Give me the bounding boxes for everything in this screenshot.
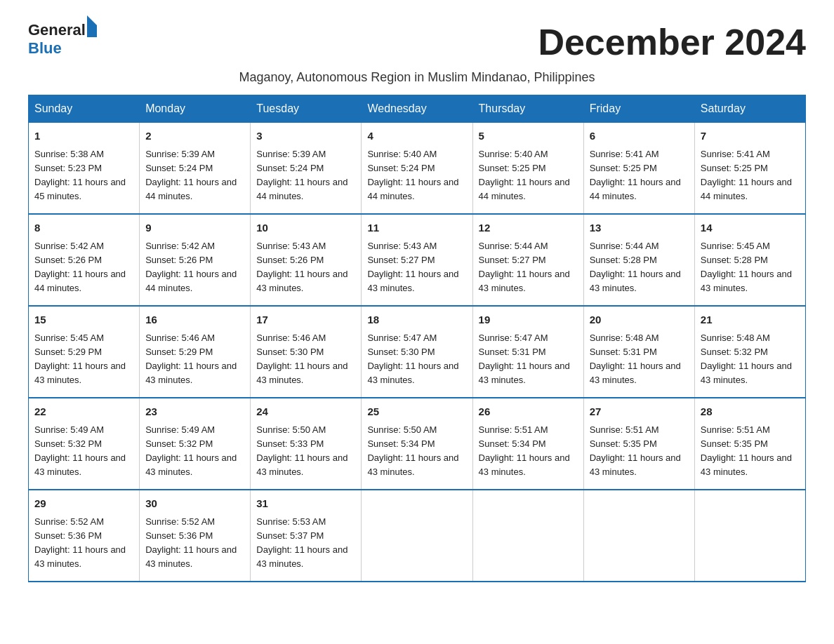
- day-info: Sunrise: 5:51 AMSunset: 5:35 PMDaylight:…: [590, 424, 681, 477]
- calendar-week-3: 15Sunrise: 5:45 AMSunset: 5:29 PMDayligh…: [29, 306, 806, 398]
- day-number: 31: [256, 496, 355, 512]
- logo: General Blue: [28, 21, 97, 58]
- logo-general: General: [28, 21, 86, 39]
- calendar-cell: 12Sunrise: 5:44 AMSunset: 5:27 PMDayligh…: [472, 214, 583, 306]
- day-number: 11: [367, 220, 466, 236]
- day-number: 4: [367, 128, 466, 145]
- calendar-cell: [583, 490, 694, 582]
- calendar-week-4: 22Sunrise: 5:49 AMSunset: 5:32 PMDayligh…: [29, 398, 806, 490]
- day-number: 23: [145, 404, 244, 420]
- calendar-cell: 7Sunrise: 5:41 AMSunset: 5:25 PMDaylight…: [694, 123, 805, 215]
- logo-blue: Blue: [28, 39, 62, 57]
- day-info: Sunrise: 5:40 AMSunset: 5:25 PMDaylight:…: [479, 149, 570, 201]
- day-info: Sunrise: 5:44 AMSunset: 5:28 PMDaylight:…: [590, 241, 681, 293]
- day-info: Sunrise: 5:48 AMSunset: 5:31 PMDaylight:…: [590, 333, 681, 385]
- calendar-cell: 15Sunrise: 5:45 AMSunset: 5:29 PMDayligh…: [29, 306, 140, 398]
- day-info: Sunrise: 5:50 AMSunset: 5:33 PMDaylight:…: [256, 424, 348, 477]
- calendar-cell: 14Sunrise: 5:45 AMSunset: 5:28 PMDayligh…: [694, 214, 805, 306]
- day-number: 8: [34, 220, 133, 236]
- day-info: Sunrise: 5:41 AMSunset: 5:25 PMDaylight:…: [590, 149, 681, 201]
- calendar-cell: 5Sunrise: 5:40 AMSunset: 5:25 PMDaylight…: [472, 123, 583, 215]
- day-info: Sunrise: 5:39 AMSunset: 5:24 PMDaylight:…: [145, 149, 237, 201]
- calendar-cell: 27Sunrise: 5:51 AMSunset: 5:35 PMDayligh…: [583, 398, 694, 490]
- calendar-cell: 1Sunrise: 5:38 AMSunset: 5:23 PMDaylight…: [29, 123, 140, 215]
- day-info: Sunrise: 5:50 AMSunset: 5:34 PMDaylight:…: [367, 424, 458, 477]
- calendar-cell: 24Sunrise: 5:50 AMSunset: 5:33 PMDayligh…: [251, 398, 362, 490]
- calendar-cell: 25Sunrise: 5:50 AMSunset: 5:34 PMDayligh…: [362, 398, 472, 490]
- day-header-sunday: Sunday: [29, 95, 140, 123]
- calendar-cell: 11Sunrise: 5:43 AMSunset: 5:27 PMDayligh…: [362, 214, 472, 306]
- days-header-row: SundayMondayTuesdayWednesdayThursdayFrid…: [29, 95, 806, 123]
- day-number: 22: [34, 404, 133, 420]
- day-header-thursday: Thursday: [472, 95, 583, 123]
- day-number: 2: [145, 128, 244, 145]
- day-number: 3: [256, 128, 355, 145]
- day-number: 5: [479, 128, 578, 145]
- day-number: 12: [479, 220, 578, 236]
- logo-triangle-icon: [87, 15, 97, 37]
- day-info: Sunrise: 5:51 AMSunset: 5:34 PMDaylight:…: [479, 424, 570, 477]
- calendar-week-5: 29Sunrise: 5:52 AMSunset: 5:36 PMDayligh…: [29, 490, 806, 582]
- day-number: 18: [367, 312, 466, 328]
- day-number: 25: [367, 404, 466, 420]
- calendar-cell: 2Sunrise: 5:39 AMSunset: 5:24 PMDaylight…: [140, 123, 251, 215]
- calendar-cell: [472, 490, 583, 582]
- page-title: December 2024: [538, 21, 806, 63]
- day-number: 20: [590, 312, 689, 328]
- day-header-saturday: Saturday: [694, 95, 805, 123]
- calendar-cell: 3Sunrise: 5:39 AMSunset: 5:24 PMDaylight…: [251, 123, 362, 215]
- calendar-week-1: 1Sunrise: 5:38 AMSunset: 5:23 PMDaylight…: [29, 123, 806, 215]
- day-info: Sunrise: 5:49 AMSunset: 5:32 PMDaylight:…: [145, 424, 237, 477]
- day-info: Sunrise: 5:47 AMSunset: 5:30 PMDaylight:…: [367, 333, 458, 385]
- day-number: 29: [34, 496, 133, 512]
- calendar-cell: 17Sunrise: 5:46 AMSunset: 5:30 PMDayligh…: [251, 306, 362, 398]
- day-number: 7: [701, 128, 800, 145]
- logo-text: General Blue: [28, 21, 97, 58]
- day-info: Sunrise: 5:51 AMSunset: 5:35 PMDaylight:…: [701, 424, 792, 477]
- calendar-cell: 10Sunrise: 5:43 AMSunset: 5:26 PMDayligh…: [251, 214, 362, 306]
- calendar-cell: 13Sunrise: 5:44 AMSunset: 5:28 PMDayligh…: [583, 214, 694, 306]
- day-info: Sunrise: 5:43 AMSunset: 5:26 PMDaylight:…: [256, 241, 348, 293]
- calendar-cell: 29Sunrise: 5:52 AMSunset: 5:36 PMDayligh…: [29, 490, 140, 582]
- day-info: Sunrise: 5:47 AMSunset: 5:31 PMDaylight:…: [479, 333, 570, 385]
- day-number: 30: [145, 496, 244, 512]
- day-number: 10: [256, 220, 355, 236]
- day-info: Sunrise: 5:38 AMSunset: 5:23 PMDaylight:…: [34, 149, 126, 201]
- day-number: 14: [701, 220, 800, 236]
- day-info: Sunrise: 5:42 AMSunset: 5:26 PMDaylight:…: [34, 241, 126, 293]
- day-number: 19: [479, 312, 578, 328]
- calendar-cell: 21Sunrise: 5:48 AMSunset: 5:32 PMDayligh…: [694, 306, 805, 398]
- day-info: Sunrise: 5:44 AMSunset: 5:27 PMDaylight:…: [479, 241, 570, 293]
- calendar-cell: [694, 490, 805, 582]
- calendar-cell: 23Sunrise: 5:49 AMSunset: 5:32 PMDayligh…: [140, 398, 251, 490]
- day-info: Sunrise: 5:52 AMSunset: 5:36 PMDaylight:…: [145, 516, 237, 569]
- calendar-cell: 31Sunrise: 5:53 AMSunset: 5:37 PMDayligh…: [251, 490, 362, 582]
- day-info: Sunrise: 5:53 AMSunset: 5:37 PMDaylight:…: [256, 516, 348, 569]
- day-header-tuesday: Tuesday: [251, 95, 362, 123]
- calendar-cell: 20Sunrise: 5:48 AMSunset: 5:31 PMDayligh…: [583, 306, 694, 398]
- calendar-cell: 19Sunrise: 5:47 AMSunset: 5:31 PMDayligh…: [472, 306, 583, 398]
- day-info: Sunrise: 5:52 AMSunset: 5:36 PMDaylight:…: [34, 516, 126, 569]
- day-info: Sunrise: 5:46 AMSunset: 5:29 PMDaylight:…: [145, 333, 237, 385]
- page-header: General Blue December 2024: [28, 21, 806, 63]
- day-header-friday: Friday: [583, 95, 694, 123]
- calendar-table: SundayMondayTuesdayWednesdayThursdayFrid…: [28, 95, 806, 582]
- page-subtitle: Maganoy, Autonomous Region in Muslim Min…: [28, 70, 806, 85]
- day-number: 28: [701, 404, 800, 420]
- day-number: 24: [256, 404, 355, 420]
- calendar-header: SundayMondayTuesdayWednesdayThursdayFrid…: [29, 95, 806, 123]
- calendar-cell: 26Sunrise: 5:51 AMSunset: 5:34 PMDayligh…: [472, 398, 583, 490]
- calendar-cell: 9Sunrise: 5:42 AMSunset: 5:26 PMDaylight…: [140, 214, 251, 306]
- calendar-cell: 18Sunrise: 5:47 AMSunset: 5:30 PMDayligh…: [362, 306, 472, 398]
- day-number: 1: [34, 128, 133, 145]
- calendar-body: 1Sunrise: 5:38 AMSunset: 5:23 PMDaylight…: [29, 123, 806, 582]
- calendar-cell: 28Sunrise: 5:51 AMSunset: 5:35 PMDayligh…: [694, 398, 805, 490]
- day-info: Sunrise: 5:39 AMSunset: 5:24 PMDaylight:…: [256, 149, 348, 201]
- calendar-week-2: 8Sunrise: 5:42 AMSunset: 5:26 PMDaylight…: [29, 214, 806, 306]
- day-info: Sunrise: 5:42 AMSunset: 5:26 PMDaylight:…: [145, 241, 237, 293]
- day-info: Sunrise: 5:46 AMSunset: 5:30 PMDaylight:…: [256, 333, 348, 385]
- day-info: Sunrise: 5:40 AMSunset: 5:24 PMDaylight:…: [367, 149, 458, 201]
- calendar-cell: 22Sunrise: 5:49 AMSunset: 5:32 PMDayligh…: [29, 398, 140, 490]
- day-number: 27: [590, 404, 689, 420]
- calendar-cell: 30Sunrise: 5:52 AMSunset: 5:36 PMDayligh…: [140, 490, 251, 582]
